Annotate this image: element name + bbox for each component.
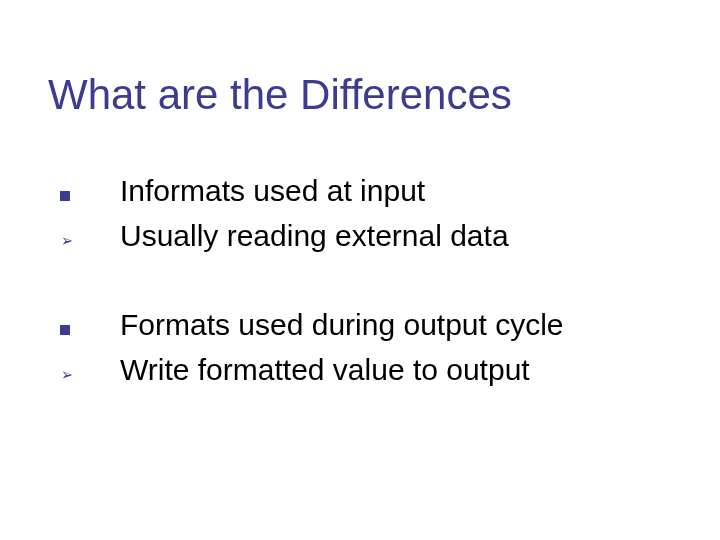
triangle-bullet-icon: ➢ — [60, 227, 120, 253]
subbullet-text: Usually reading external data — [120, 213, 660, 258]
bullet-row: Formats used during output cycle — [60, 302, 660, 347]
subbullet-row: ➢ Write formatted value to output — [60, 347, 660, 392]
square-bullet-icon — [60, 185, 120, 201]
square-bullet-icon — [60, 319, 120, 335]
spacer — [60, 258, 660, 302]
bullet-row: Informats used at input — [60, 168, 660, 213]
slide-title: What are the Differences — [48, 72, 512, 118]
bullet-text: Formats used during output cycle — [120, 302, 660, 347]
triangle-bullet-icon: ➢ — [60, 361, 120, 387]
subbullet-text: Write formatted value to output — [120, 347, 660, 392]
slide-content: Informats used at input ➢ Usually readin… — [60, 168, 660, 392]
subbullet-row: ➢ Usually reading external data — [60, 213, 660, 258]
slide: What are the Differences Informats used … — [0, 0, 720, 540]
bullet-text: Informats used at input — [120, 168, 660, 213]
